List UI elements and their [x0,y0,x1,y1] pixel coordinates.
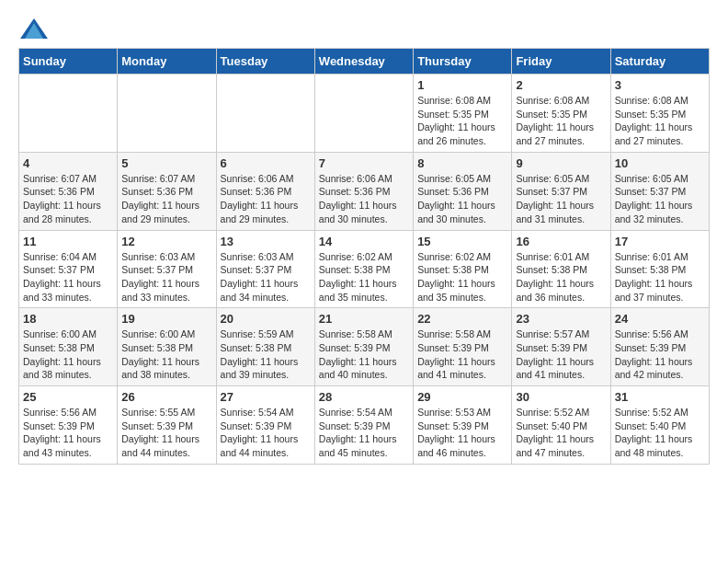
day-info: Sunrise: 5:59 AM Sunset: 5:38 PM Dayligh… [221,327,311,382]
day-number: 8 [417,156,507,170]
day-info: Sunrise: 6:00 AM Sunset: 5:38 PM Dayligh… [23,327,113,382]
day-number: 22 [417,312,507,326]
logo [18,18,50,39]
day-number: 26 [121,390,211,404]
calendar-cell: 23Sunrise: 5:57 AM Sunset: 5:39 PM Dayli… [512,308,610,386]
day-info: Sunrise: 5:57 AM Sunset: 5:39 PM Dayligh… [516,327,606,382]
day-info: Sunrise: 6:02 AM Sunset: 5:38 PM Dayligh… [319,250,409,304]
calendar-cell: 22Sunrise: 5:58 AM Sunset: 5:39 PM Dayli… [414,308,512,386]
day-info: Sunrise: 5:56 AM Sunset: 5:39 PM Dayligh… [615,327,705,382]
day-number: 12 [121,235,211,248]
calendar-cell: 13Sunrise: 6:03 AM Sunset: 5:37 PM Dayli… [216,230,314,308]
day-info: Sunrise: 6:02 AM Sunset: 5:38 PM Dayligh… [417,250,507,304]
day-info: Sunrise: 5:55 AM Sunset: 5:39 PM Dayligh… [121,406,211,460]
day-info: Sunrise: 6:00 AM Sunset: 5:38 PM Dayligh… [121,327,211,382]
calendar-cell: 18Sunrise: 6:00 AM Sunset: 5:38 PM Dayli… [19,308,118,386]
calendar-cell: 20Sunrise: 5:59 AM Sunset: 5:38 PM Dayli… [216,308,314,386]
calendar-cell: 24Sunrise: 5:56 AM Sunset: 5:39 PM Dayli… [610,308,709,386]
calendar-cell: 8Sunrise: 6:05 AM Sunset: 5:36 PM Daylig… [414,152,512,230]
day-info: Sunrise: 6:07 AM Sunset: 5:36 PM Dayligh… [23,172,113,226]
day-info: Sunrise: 6:01 AM Sunset: 5:38 PM Dayligh… [516,250,606,304]
calendar-cell: 12Sunrise: 6:03 AM Sunset: 5:37 PM Dayli… [118,230,216,308]
calendar-cell: 16Sunrise: 6:01 AM Sunset: 5:38 PM Dayli… [512,230,610,308]
day-info: Sunrise: 5:54 AM Sunset: 5:39 PM Dayligh… [221,406,311,460]
calendar-cell: 26Sunrise: 5:55 AM Sunset: 5:39 PM Dayli… [118,386,216,465]
calendar-cell [314,75,413,153]
day-info: Sunrise: 5:58 AM Sunset: 5:39 PM Dayligh… [417,327,507,382]
day-info: Sunrise: 5:58 AM Sunset: 5:39 PM Dayligh… [319,327,409,382]
day-info: Sunrise: 6:08 AM Sunset: 5:35 PM Dayligh… [417,94,507,148]
day-number: 10 [615,156,705,170]
page-header [18,18,710,39]
day-number: 9 [516,156,606,170]
day-number: 13 [221,235,311,248]
weekday-header-saturday: Saturday [610,49,709,75]
day-number: 6 [221,156,311,170]
calendar-week-row: 4Sunrise: 6:07 AM Sunset: 5:36 PM Daylig… [19,152,710,230]
day-info: Sunrise: 5:52 AM Sunset: 5:40 PM Dayligh… [516,406,606,460]
day-number: 27 [221,390,311,404]
day-number: 24 [615,312,705,326]
calendar-week-row: 11Sunrise: 6:04 AM Sunset: 5:37 PM Dayli… [19,230,710,308]
calendar-cell [216,75,314,153]
calendar-cell: 29Sunrise: 5:53 AM Sunset: 5:39 PM Dayli… [414,386,512,465]
calendar-cell: 11Sunrise: 6:04 AM Sunset: 5:37 PM Dayli… [19,230,118,308]
day-number: 4 [23,156,113,170]
calendar-cell: 19Sunrise: 6:00 AM Sunset: 5:38 PM Dayli… [118,308,216,386]
weekday-header-thursday: Thursday [414,49,512,75]
day-info: Sunrise: 6:05 AM Sunset: 5:37 PM Dayligh… [516,172,606,226]
day-info: Sunrise: 6:05 AM Sunset: 5:36 PM Dayligh… [417,172,507,226]
calendar-cell [19,75,118,153]
day-number: 3 [615,78,705,92]
calendar-week-row: 25Sunrise: 5:56 AM Sunset: 5:39 PM Dayli… [19,386,710,465]
day-info: Sunrise: 6:03 AM Sunset: 5:37 PM Dayligh… [221,250,311,304]
day-number: 18 [23,312,113,326]
day-number: 17 [615,235,705,248]
weekday-header-row: SundayMondayTuesdayWednesdayThursdayFrid… [19,49,710,75]
calendar-cell: 4Sunrise: 6:07 AM Sunset: 5:36 PM Daylig… [19,152,118,230]
day-info: Sunrise: 5:56 AM Sunset: 5:39 PM Dayligh… [23,406,113,460]
calendar-cell: 25Sunrise: 5:56 AM Sunset: 5:39 PM Dayli… [19,386,118,465]
day-number: 25 [23,390,113,404]
calendar-cell: 10Sunrise: 6:05 AM Sunset: 5:37 PM Dayli… [610,152,709,230]
calendar-cell: 28Sunrise: 5:54 AM Sunset: 5:39 PM Dayli… [314,386,413,465]
day-info: Sunrise: 6:04 AM Sunset: 5:37 PM Dayligh… [23,250,113,304]
logo-icon [20,18,48,39]
day-number: 14 [319,235,409,248]
day-number: 28 [319,390,409,404]
day-number: 21 [319,312,409,326]
day-info: Sunrise: 6:01 AM Sunset: 5:38 PM Dayligh… [615,250,705,304]
calendar-cell [118,75,216,153]
calendar-cell: 2Sunrise: 6:08 AM Sunset: 5:35 PM Daylig… [512,75,610,153]
day-info: Sunrise: 6:08 AM Sunset: 5:35 PM Dayligh… [516,94,606,148]
calendar-cell: 27Sunrise: 5:54 AM Sunset: 5:39 PM Dayli… [216,386,314,465]
day-info: Sunrise: 6:06 AM Sunset: 5:36 PM Dayligh… [221,172,311,226]
day-info: Sunrise: 6:05 AM Sunset: 5:37 PM Dayligh… [615,172,705,226]
day-number: 11 [23,235,113,248]
calendar-cell: 17Sunrise: 6:01 AM Sunset: 5:38 PM Dayli… [610,230,709,308]
day-number: 2 [516,78,606,92]
calendar-cell: 14Sunrise: 6:02 AM Sunset: 5:38 PM Dayli… [314,230,413,308]
calendar-week-row: 1Sunrise: 6:08 AM Sunset: 5:35 PM Daylig… [19,75,710,153]
calendar-week-row: 18Sunrise: 6:00 AM Sunset: 5:38 PM Dayli… [19,308,710,386]
weekday-header-tuesday: Tuesday [216,49,314,75]
calendar-cell: 30Sunrise: 5:52 AM Sunset: 5:40 PM Dayli… [512,386,610,465]
calendar-cell: 15Sunrise: 6:02 AM Sunset: 5:38 PM Dayli… [414,230,512,308]
day-number: 15 [417,235,507,248]
day-number: 1 [417,78,507,92]
day-info: Sunrise: 6:07 AM Sunset: 5:36 PM Dayligh… [121,172,211,226]
day-info: Sunrise: 6:08 AM Sunset: 5:35 PM Dayligh… [615,94,705,148]
day-info: Sunrise: 5:54 AM Sunset: 5:39 PM Dayligh… [319,406,409,460]
calendar-cell: 6Sunrise: 6:06 AM Sunset: 5:36 PM Daylig… [216,152,314,230]
day-info: Sunrise: 6:03 AM Sunset: 5:37 PM Dayligh… [121,250,211,304]
calendar-cell: 3Sunrise: 6:08 AM Sunset: 5:35 PM Daylig… [610,75,709,153]
weekday-header-wednesday: Wednesday [314,49,413,75]
day-number: 19 [121,312,211,326]
weekday-header-friday: Friday [512,49,610,75]
weekday-header-sunday: Sunday [19,49,118,75]
calendar-table: SundayMondayTuesdayWednesdayThursdayFrid… [18,48,710,465]
day-number: 23 [516,312,606,326]
day-number: 7 [319,156,409,170]
day-number: 31 [615,390,705,404]
calendar-cell: 7Sunrise: 6:06 AM Sunset: 5:36 PM Daylig… [314,152,413,230]
